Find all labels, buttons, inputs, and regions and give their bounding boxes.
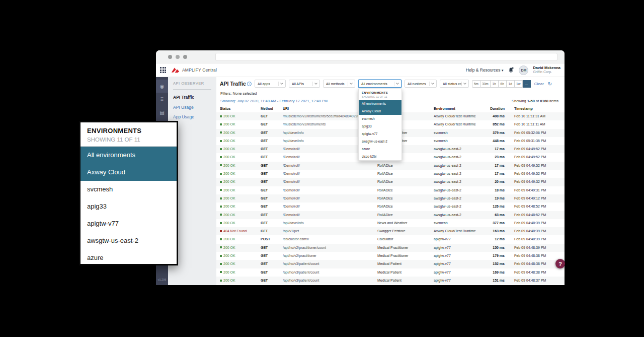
status-dot-icon [220,230,222,232]
duration-cell: 63 ms [476,211,505,219]
method-cell: GET [261,260,282,268]
time-range-button[interactable]: 30m [480,80,491,88]
dropdown-option[interactable]: apigtw-v77 [359,130,401,138]
dropdown-option-selected[interactable]: Axway Cloud [359,108,401,115]
catalog-icon[interactable]: ▤ [156,106,168,119]
duration-cell: 19 ms [476,194,505,203]
table-row[interactable]: 200 OK GET /Demo/roll/ RollADice awsgtw-… [216,186,565,194]
table-row[interactable]: 200 OK GET /api/dave/info News and Weath… [216,219,565,227]
api-cell: Medical Patient [377,260,432,268]
environment-cell: apigtw-v77 [434,277,480,285]
window-minimize-button[interactable] [176,55,180,59]
clear-filters-button[interactable]: Clear [534,82,544,86]
timestamp-cell: Feb 09 04:48:38 PM [514,260,561,268]
callout-option[interactable]: svcmesh [80,181,177,198]
dropdown-option[interactable]: apig33 [359,122,401,130]
table-row[interactable]: 200 OK GET /api/ho/v2/practitioner Medic… [216,252,565,260]
table-row[interactable]: 200 OK GET /Demo/roll/ RollADice awsgtw-… [216,194,565,203]
sidebar-divider [173,89,211,90]
observer-icon[interactable]: ◉ [156,80,168,93]
app-header: AMPLIFY Central Help & Resources ▾ DM Da… [156,63,565,77]
filter-select[interactable]: All methods [323,80,355,88]
notifications-bell-icon[interactable] [508,66,514,74]
table-row[interactable]: 200 OK GET /api/ho/v2/practitioner/count… [216,244,565,252]
sidebar-section-title: API OBSERVER [173,81,211,86]
filter-select[interactable]: All apps [255,80,286,88]
status-cell: 200 OK [220,112,259,120]
duration-cell: 379 ms [476,129,505,137]
sidebar-item[interactable]: API Traffic [173,95,211,100]
method-cell: POST [261,235,282,243]
page-background: AMPLIFY Central Help & Resources ▾ DM Da… [0,0,644,337]
filter-select[interactable]: All runtimes [405,80,437,88]
status-cell: 200 OK [220,203,259,211]
table-row[interactable]: 200 OK GET /api/ho/v3/patient/count Medi… [216,260,565,268]
table-row[interactable]: 200 OK GET /api/ho/v3/patient/count Medi… [216,268,565,277]
table-row[interactable]: 200 OK GET /Demo/roll/ RollADice awsgtw-… [216,211,565,219]
date-range-link[interactable]: Showing: July 02 2020, 11:48 AM - Februa… [220,99,328,103]
api-cell: RollADice [377,170,432,178]
api-cell: RollADice [377,178,432,186]
environment-cell: awsgtw-us-east-2 [434,178,480,186]
api-cell: Calculator [377,235,432,243]
window-close-button[interactable] [168,55,172,59]
sidebar-item[interactable]: API Usage [173,105,211,110]
api-cell: News and Weather [377,219,432,227]
dropdown-subtitle: SHOWING 11 OF 11 [362,95,398,98]
environment-cell: apigtw-v77 [434,260,480,268]
sidebar-item[interactable]: App Usage [173,114,211,119]
time-range-button[interactable]: 6h [499,80,507,88]
app-launcher-icon[interactable] [160,67,166,73]
table-row[interactable]: 200 OK GET /api/ho/v3/patient/count Medi… [216,277,565,285]
chevron-down-icon [314,82,317,85]
table-row[interactable]: 200 OK GET /Demo/roll/ RollADice awsgtw-… [216,178,565,186]
help-resources-menu[interactable]: Help & Resources ▾ [466,68,503,73]
help-button[interactable]: ? [555,259,565,268]
avatar[interactable]: DM [519,65,528,75]
callout-option[interactable]: awsgtw-us-east-2 [80,232,177,249]
filter-select[interactable]: All APIs [289,80,320,88]
dropdown-option[interactable]: cisco-b2bi [359,153,401,160]
info-icon[interactable]: i [247,82,252,86]
time-range-button[interactable]: 1d [507,80,515,88]
refresh-icon[interactable]: ↻ [548,81,552,87]
duration-cell: 448 ms [476,137,505,145]
api-cell: Medical Practitioner [377,244,432,252]
uri-cell: /Demo/roll/ [283,170,376,178]
table-row[interactable]: 404 Not Found GET /api/v1/pet Swagger Pe… [216,227,565,235]
table-row[interactable]: 200 OK GET /Demo/roll/ RollADice awsgtw-… [216,162,565,170]
dropdown-option[interactable]: azure [359,145,401,153]
table-row[interactable]: 200 OK POST /calculator.asmx/ Calculator… [216,235,565,243]
environment-cell: apigtw-v77 [434,252,480,260]
time-range-button[interactable]: 1w [515,80,523,88]
status-dot-icon [220,197,222,199]
dropdown-option-selected[interactable]: All environments [359,100,401,108]
status-dot-icon [220,263,222,265]
callout-option-selected[interactable]: Axway Cloud [80,164,177,181]
address-bar[interactable] [215,53,557,61]
table-row[interactable]: 200 OK GET /Demo/roll/ RollADice awsgtw-… [216,203,565,211]
callout-option-selected[interactable]: All environments [80,147,177,164]
callout-options-group: svcmeshapig33apigtw-v77awsgtw-us-east-2a… [80,181,177,265]
window-controls[interactable] [168,55,187,59]
window-zoom-button[interactable] [183,55,187,59]
callout-option[interactable]: apigtw-v77 [80,215,177,232]
time-range-button[interactable]: 1h [491,80,499,88]
status-dot-icon [220,181,222,183]
table-row[interactable]: 200 OK GET /Demo/roll/ RollADice awsgtw-… [216,170,565,178]
apps-grid-icon[interactable]: ⠿ [156,93,168,106]
user-menu[interactable]: David Mckenna Griffin Corp. [533,65,560,75]
column-duration: Duration [476,105,505,112]
uri-cell: /api/dave/info [283,219,376,227]
browser-window: AMPLIFY Central Help & Resources ▾ DM Da… [156,50,565,285]
callout-option[interactable]: apig33 [80,198,177,215]
status-dot-icon [220,140,222,142]
dropdown-option[interactable]: awsgtw-us-east-2 [359,138,401,145]
duration-cell: 377 ms [476,219,505,227]
time-range-button[interactable]: 5m [472,80,480,88]
filter-select[interactable]: All environments [358,80,401,88]
filter-select[interactable]: All status codes [440,80,469,88]
dropdown-option[interactable]: svcmesh [359,115,401,122]
time-range-button[interactable]: … [523,80,531,88]
callout-option[interactable]: azure [80,249,177,265]
